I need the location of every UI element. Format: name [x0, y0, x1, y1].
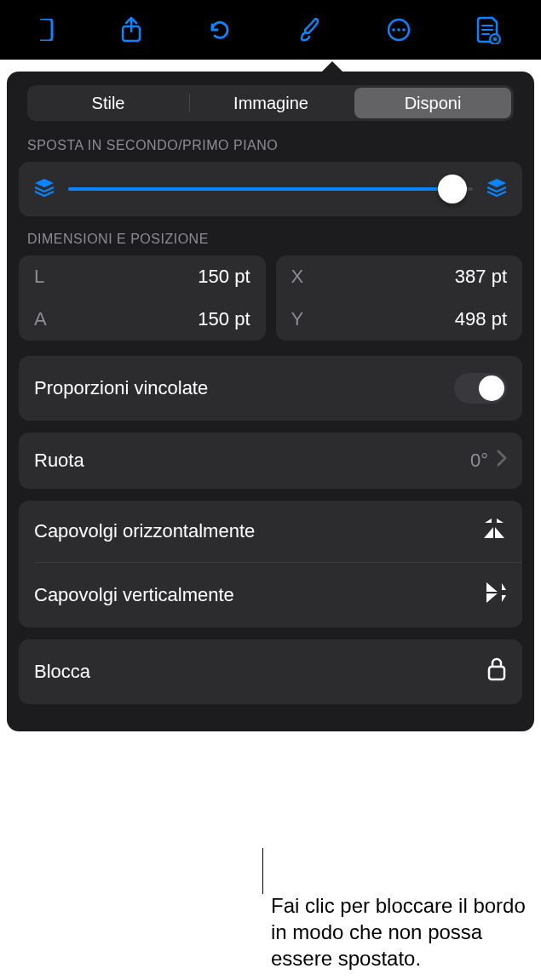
- size-position-label: DIMENSIONI E POSIZIONE: [27, 232, 514, 247]
- slider-knob[interactable]: [438, 175, 467, 203]
- chevron-right-icon: [497, 450, 507, 472]
- svg-point-4: [402, 28, 406, 32]
- callout-leader-line: [262, 848, 263, 894]
- layering-slider[interactable]: [68, 187, 473, 191]
- more-icon[interactable]: [386, 17, 412, 43]
- flip-card: Capovolgi orizzontalmente Capovolgi vert…: [19, 501, 522, 628]
- tab-style[interactable]: Stile: [30, 88, 187, 118]
- flip-horizontal-label: Capovolgi orizzontalmente: [34, 520, 255, 542]
- layering-section-label: SPOSTA IN SECONDO/PRIMO PIANO: [27, 138, 514, 153]
- lock-label: Blocca: [34, 661, 90, 683]
- flip-vertical-row[interactable]: Capovolgi verticalmente: [19, 563, 522, 628]
- flip-vertical-label: Capovolgi verticalmente: [34, 584, 234, 606]
- flip-horizontal-row[interactable]: Capovolgi orizzontalmente: [19, 501, 522, 562]
- height-label: A: [34, 308, 47, 330]
- svg-point-6: [493, 37, 497, 41]
- top-toolbar: [0, 0, 541, 60]
- constrain-card: Proporzioni vincolate: [19, 356, 522, 421]
- layering-card: [19, 162, 522, 216]
- send-backward-icon[interactable]: [32, 177, 56, 201]
- bring-forward-icon[interactable]: [485, 177, 509, 201]
- reader-mode-icon[interactable]: [475, 15, 501, 44]
- y-value[interactable]: 498 pt: [455, 308, 507, 330]
- rotate-label: Ruota: [34, 450, 84, 472]
- svg-rect-9: [489, 667, 504, 679]
- position-box[interactable]: X 387 pt Y 498 pt: [276, 255, 523, 341]
- share-icon[interactable]: [119, 16, 143, 43]
- flip-horizontal-icon: [481, 518, 507, 545]
- tab-segmented-control[interactable]: Stile Immagine Disponi: [27, 85, 514, 121]
- popover-arrow: [317, 61, 348, 77]
- constrain-label: Proporzioni vincolate: [34, 377, 208, 399]
- x-label: X: [291, 266, 304, 288]
- rotate-card: Ruota 0°: [19, 433, 522, 489]
- svg-point-2: [392, 28, 395, 32]
- flip-vertical-icon: [485, 580, 507, 610]
- tab-image[interactable]: Immagine: [193, 88, 349, 118]
- format-popover: Stile Immagine Disponi SPOSTA IN SECONDO…: [7, 72, 534, 731]
- height-value[interactable]: 150 pt: [198, 308, 250, 330]
- undo-icon[interactable]: [207, 17, 233, 43]
- callout-text: Fai clic per bloccare il bordo in modo c…: [271, 892, 527, 972]
- width-value[interactable]: 150 pt: [198, 266, 250, 288]
- tab-arrange[interactable]: Disponi: [354, 88, 511, 118]
- svg-point-3: [397, 28, 400, 32]
- lock-icon: [486, 656, 507, 687]
- lock-row[interactable]: Blocca: [19, 639, 522, 704]
- rotate-row[interactable]: Ruota 0°: [19, 433, 522, 489]
- y-label: Y: [291, 308, 304, 330]
- constrain-toggle[interactable]: [454, 373, 507, 404]
- width-label: L: [34, 266, 44, 288]
- format-brush-icon[interactable]: [296, 16, 322, 43]
- size-box[interactable]: L 150 pt A 150 pt: [19, 255, 266, 341]
- doc-edge-icon: [40, 19, 55, 41]
- x-value[interactable]: 387 pt: [455, 266, 507, 288]
- constrain-row[interactable]: Proporzioni vincolate: [19, 356, 522, 421]
- lock-card: Blocca: [19, 639, 522, 704]
- rotate-value: 0°: [470, 450, 488, 472]
